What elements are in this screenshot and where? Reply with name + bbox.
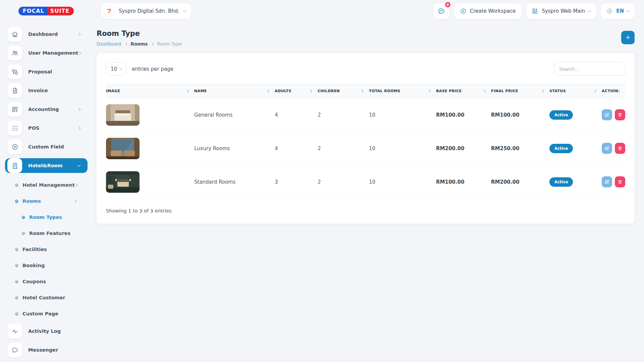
sort-icon: ▲▼ — [268, 89, 269, 93]
sidebar-item-rooms[interactable]: Rooms — [5, 193, 88, 209]
column-header-base-price[interactable]: BASE PRICE▲▼ — [436, 84, 491, 98]
delete-button[interactable] — [615, 109, 625, 120]
sidebar-item-hotel-room[interactable]: Hotel&Room — [5, 158, 88, 173]
logo-suite: SUITE — [47, 7, 74, 15]
language-selector[interactable]: EN — [601, 3, 635, 19]
sidebar-item-messenger[interactable]: Messenger — [5, 343, 88, 357]
edit-pencil-icon — [604, 179, 609, 184]
room-type-table: IMAGE▲▼ NAME▲▼ ADULTS▲▼ CHILDREN▲▼ TOTAL… — [106, 84, 625, 199]
search-input[interactable] — [554, 62, 625, 76]
edit-pencil-icon — [604, 146, 609, 151]
sidebar-item-booking[interactable]: Booking — [5, 257, 88, 274]
chat-button[interactable]: 0 — [434, 3, 449, 19]
entries-per-page-label: entries per page — [132, 66, 173, 72]
logo-focal: FOCAL — [18, 7, 47, 15]
company-selector[interactable]: Syspro Digital Sdn. Bhd. — [101, 3, 191, 19]
sidebar-item-coupons[interactable]: Coupons — [5, 274, 88, 290]
sidebar-item-room-features[interactable]: Room Features — [5, 225, 88, 241]
chevron-down-icon — [119, 67, 123, 70]
breadcrumb-dashboard[interactable]: Dashboard — [97, 41, 121, 47]
sort-icon: ▲▼ — [542, 89, 544, 93]
create-workspace-button[interactable]: Create Workspace — [454, 3, 522, 19]
column-header-final-price[interactable]: FINAL PRICE▲▼ — [491, 84, 549, 98]
chevron-right-icon — [77, 33, 81, 36]
invoice-icon — [7, 83, 22, 98]
app-logo[interactable]: FOCALSUITE — [18, 7, 74, 15]
table-row: General Rooms 4 2 10 RM100.00 RM100.00 A… — [106, 98, 625, 132]
sort-icon: ▲▼ — [618, 89, 620, 93]
plus-circle-icon — [460, 8, 467, 14]
chevron-right-icon — [77, 108, 81, 111]
room-adults: 3 — [275, 165, 318, 199]
delete-button[interactable] — [615, 143, 625, 154]
room-children: 2 — [318, 132, 369, 165]
edit-button[interactable] — [602, 176, 612, 187]
room-adults: 4 — [275, 98, 318, 132]
add-room-type-button[interactable]: + — [621, 31, 635, 44]
room-final-price: RM200.00 — [491, 165, 549, 199]
edit-button[interactable] — [602, 143, 612, 154]
sidebar-item-custom-page[interactable]: Custom Page — [5, 306, 88, 322]
room-total: 10 — [369, 165, 436, 199]
sidebar-item-facilities[interactable]: Facilities — [5, 241, 88, 257]
activity-icon — [7, 324, 22, 339]
room-base-price: RM200.00 — [436, 132, 491, 165]
status-badge: Active — [549, 177, 573, 187]
room-children: 2 — [318, 165, 369, 199]
sidebar-item-room-types[interactable]: Room Types — [5, 209, 88, 225]
bullet-icon — [15, 200, 18, 203]
bullet-icon — [15, 296, 18, 299]
sidebar-item-proposal[interactable]: Proposal — [5, 64, 88, 79]
room-final-price: RM250.00 — [491, 132, 549, 165]
column-header-adults[interactable]: ADULTS▲▼ — [275, 84, 318, 98]
sidebar-item-dashboard[interactable]: Dashboard — [5, 27, 88, 42]
chevron-down-icon — [627, 9, 630, 12]
pos-icon — [7, 121, 22, 135]
sort-icon: ▲▼ — [484, 89, 486, 93]
room-name: Standard Rooms — [194, 165, 275, 199]
chevron-right-icon — [77, 126, 81, 130]
sidebar-item-accounting[interactable]: Accounting — [5, 102, 88, 117]
workspace-selector[interactable]: Syspro Web Main — [526, 3, 596, 19]
entries-summary: Showing 1 to 3 of 3 entries — [106, 208, 625, 214]
column-header-action[interactable]: ACTION▲▼ — [602, 84, 625, 98]
column-header-image[interactable]: IMAGE▲▼ — [106, 84, 194, 98]
status-badge: Active — [549, 144, 573, 153]
sidebar-item-user-management[interactable]: User Management — [5, 46, 88, 60]
page-header: Room Type Dashboard Rooms Room Type + — [97, 29, 635, 47]
company-logo-icon — [103, 5, 115, 17]
sidebar-item-invoice[interactable]: Invoice — [5, 83, 88, 98]
sidebar-item-hotel-management[interactable]: Hotel Management — [5, 177, 88, 193]
column-header-total-rooms[interactable]: TOTAL ROOMS▲▼ — [369, 84, 436, 98]
sidebar-item-activity-log[interactable]: Activity Log — [5, 324, 88, 339]
sidebar-item-hotel-customer[interactable]: Hotel Customer — [5, 290, 88, 306]
bullet-icon — [22, 216, 25, 219]
delete-button[interactable] — [615, 176, 625, 187]
table-row: Luxury Rooms 4 2 10 RM200.00 RM250.00 Ac… — [106, 132, 625, 165]
room-image — [106, 104, 140, 126]
room-base-price: RM100.00 — [436, 98, 491, 132]
sidebar-item-custom-field[interactable]: Custom Field — [5, 139, 88, 154]
table-controls: 10 entries per page — [106, 62, 625, 76]
room-final-price: RM100.00 — [491, 98, 549, 132]
bullet-icon — [15, 312, 18, 315]
sort-icon: ▲▼ — [311, 89, 312, 93]
hotel-building-icon — [7, 158, 22, 173]
room-adults: 4 — [275, 132, 318, 165]
edit-button[interactable] — [602, 109, 612, 120]
home-icon — [7, 27, 22, 42]
column-header-name[interactable]: NAME▲▼ — [194, 84, 275, 98]
breadcrumb-rooms[interactable]: Rooms — [130, 41, 148, 47]
column-header-status[interactable]: STATUS▲▼ — [549, 84, 602, 98]
messenger-icon — [7, 343, 22, 357]
chat-badge: 0 — [444, 1, 451, 8]
column-header-children[interactable]: CHILDREN▲▼ — [318, 84, 369, 98]
room-children: 2 — [318, 98, 369, 132]
room-total: 10 — [369, 98, 436, 132]
breadcrumb: Dashboard Rooms Room Type — [97, 41, 182, 47]
bullet-icon — [15, 280, 18, 283]
breadcrumb-current: Room Type — [157, 41, 182, 47]
app-layout: FOCALSUITE Dashboard User Management — [0, 0, 644, 362]
sidebar-item-pos[interactable]: POS — [5, 121, 88, 135]
entries-per-page-select[interactable]: 10 — [106, 62, 126, 76]
